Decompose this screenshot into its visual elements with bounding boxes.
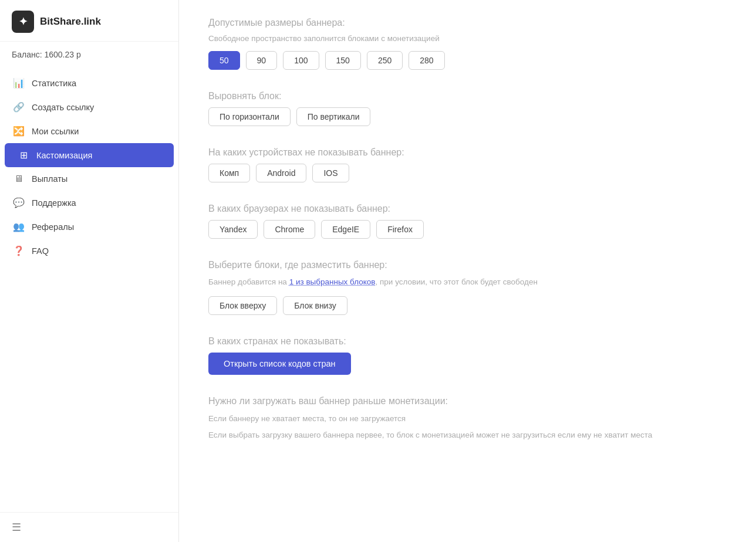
toggle-btn-banner-sizes-2[interactable]: 100 [283, 51, 319, 70]
section-place-blocks: Выберите блоки, где разместить баннер:Ба… [208, 260, 727, 315]
logo-text: BitShare.link [40, 16, 101, 28]
toggle-btn-align-block-1[interactable]: По вертикали [296, 107, 371, 126]
sidebar-item-support[interactable]: 💬 Поддержка [0, 191, 178, 215]
nav-icon-my-links: 🔀 [13, 126, 25, 137]
section-align-block: Выровнять блок:По горизонталиПо вертикал… [208, 91, 727, 126]
nav-icon-support: 💬 [13, 197, 25, 208]
hamburger-icon[interactable]: ☰ [12, 521, 21, 533]
nav-label-my-links: Мои ссылки [32, 127, 79, 136]
sidebar-item-my-links[interactable]: 🔀 Мои ссылки [0, 119, 178, 143]
nav-icon-faq: ❓ [13, 245, 25, 256]
toggle-btn-hide-browsers-0[interactable]: Yandex [208, 220, 258, 239]
section-title-place-blocks: Выберите блоки, где разместить баннер: [208, 260, 727, 270]
toggle-btn-banner-sizes-1[interactable]: 90 [246, 51, 278, 70]
toggle-btn-hide-browsers-3[interactable]: Firefox [376, 220, 424, 239]
section-hide-countries: В каких странах не показывать:Открыть сп… [208, 336, 727, 375]
section-banner-sizes: Допустимые размеры баннера:Свободное про… [208, 18, 727, 70]
nav-label-faq: FAQ [32, 246, 49, 256]
sidebar-nav: 📊 Статистика🔗 Создать ссылку🔀 Мои ссылки… [0, 65, 178, 512]
section-title-banner-sizes: Допустимые размеры баннера: [208, 18, 727, 28]
nav-label-create-link: Создать ссылку [32, 103, 94, 112]
toggle-btn-hide-devices-2[interactable]: IOS [312, 164, 349, 182]
toggle-btn-banner-sizes-3[interactable]: 150 [325, 51, 361, 70]
nav-icon-create-link: 🔗 [13, 101, 25, 113]
sidebar: ✦ BitShare.link Баланс: 1600.23 р 📊 Стат… [0, 0, 179, 542]
primary-btn-hide-countries[interactable]: Открыть список кодов стран [208, 353, 351, 375]
toggle-btn-banner-sizes-4[interactable]: 250 [367, 51, 403, 70]
sidebar-item-statistics[interactable]: 📊 Статистика [0, 71, 178, 95]
btn-group-banner-sizes: 5090100150250280 [208, 51, 727, 70]
sidebar-item-create-link[interactable]: 🔗 Создать ссылку [0, 95, 178, 119]
section-hide-devices: На каких устройствах не показывать банне… [208, 147, 727, 182]
btn-group-hide-browsers: YandexChromeEdgeIEFirefox [208, 220, 727, 239]
toggle-btn-banner-sizes-5[interactable]: 280 [409, 51, 444, 70]
toggle-btn-place-blocks-1[interactable]: Блок внизу [283, 296, 347, 315]
section-text2-load-priority: Если выбрать загрузку вашего баннера пер… [208, 429, 727, 442]
section-text1-load-priority: Если баннеру не хватает места, то он не … [208, 412, 727, 425]
toggle-btn-align-block-0[interactable]: По горизонтали [208, 107, 291, 126]
toggle-btn-place-blocks-0[interactable]: Блок вверху [208, 296, 277, 315]
sidebar-balance: Баланс: 1600.23 р [0, 42, 178, 65]
sidebar-logo: ✦ BitShare.link [0, 0, 178, 42]
section-note-place-blocks: Баннер добавится на 1 из выбранных блоко… [208, 276, 727, 288]
toggle-btn-hide-devices-0[interactable]: Комп [208, 164, 250, 182]
sidebar-item-customization[interactable]: ⊞ Кастомизация [5, 143, 174, 167]
nav-icon-payouts: 🖥 [13, 174, 25, 184]
sidebar-bottom: ☰ [0, 512, 178, 542]
section-title-load-priority: Нужно ли загружать ваш баннер раньше мон… [208, 396, 727, 406]
section-title-hide-countries: В каких странах не показывать: [208, 336, 727, 347]
btn-group-place-blocks: Блок вверхуБлок внизу [208, 296, 727, 315]
section-hide-browsers: В каких браузерах не показывать баннер:Y… [208, 204, 727, 239]
nav-label-referrals: Рефералы [32, 222, 74, 232]
sidebar-item-payouts[interactable]: 🖥 Выплаты [0, 167, 178, 191]
main-content: Допустимые размеры баннера:Свободное про… [179, 0, 756, 542]
toggle-btn-banner-sizes-0[interactable]: 50 [208, 51, 240, 70]
nav-icon-referrals: 👥 [13, 221, 25, 232]
btn-group-hide-devices: КомпAndroidIOS [208, 164, 727, 182]
nav-label-customization: Кастомизация [36, 151, 92, 160]
section-title-hide-devices: На каких устройствах не показывать банне… [208, 147, 727, 158]
section-subtitle-banner-sizes: Свободное пространство заполнится блокам… [208, 34, 727, 43]
logo-icon: ✦ [12, 11, 34, 33]
sidebar-item-referrals[interactable]: 👥 Рефералы [0, 215, 178, 239]
nav-icon-statistics: 📊 [13, 77, 25, 89]
nav-label-support: Поддержка [32, 198, 76, 208]
toggle-btn-hide-browsers-1[interactable]: Chrome [264, 220, 315, 239]
toggle-btn-hide-browsers-2[interactable]: EdgeIE [321, 220, 370, 239]
nav-label-statistics: Статистика [32, 79, 76, 88]
section-title-hide-browsers: В каких браузерах не показывать баннер: [208, 204, 727, 214]
section-load-priority: Нужно ли загружать ваш баннер раньше мон… [208, 396, 727, 441]
toggle-btn-hide-devices-1[interactable]: Android [256, 164, 306, 182]
section-title-align-block: Выровнять блок: [208, 91, 727, 101]
nav-icon-customization: ⊞ [18, 150, 29, 161]
nav-label-payouts: Выплаты [32, 174, 68, 184]
sidebar-item-faq[interactable]: ❓ FAQ [0, 239, 178, 263]
btn-group-align-block: По горизонталиПо вертикали [208, 107, 727, 126]
